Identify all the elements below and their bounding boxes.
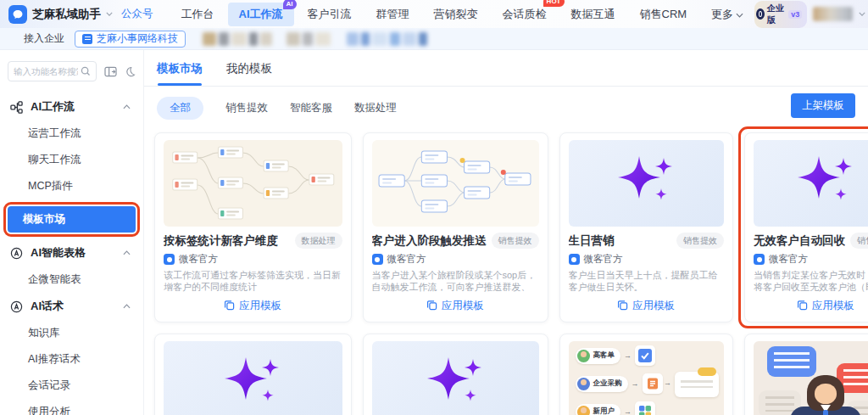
template-preview-sparkle [164, 341, 342, 415]
author-name: 微客官方 [769, 253, 808, 266]
template-preview [372, 140, 539, 227]
filter-chip-销售提效[interactable]: 销售提效 [225, 101, 268, 115]
sidebar-item-企微智能表[interactable]: 企微智能表 [0, 266, 143, 293]
template-card[interactable]: 客户到店后的回访推送销售提效 [363, 334, 548, 415]
app-window: 芝麻私域助手 公众号 工作台AI工作流AI客户引流群管理营销裂变会话质检HOT数… [0, 0, 868, 415]
official-author-icon [372, 254, 383, 265]
apply-template-button[interactable]: 应用模板 [372, 299, 539, 315]
action-icon [643, 373, 663, 394]
person-illustration [787, 375, 864, 415]
apply-template-label: 应用模板 [812, 299, 854, 313]
filter-chip-全部[interactable]: 全部 [157, 97, 203, 120]
sidebar: AI工作流运营工作流聊天工作流MCP插件模板市场AI智能表格企微智能表AI话术知… [0, 50, 144, 415]
template-card[interactable]: 客户进入阶段触发推送销售提效微客官方当客户进入某个旅程阶段或某个sop后，自动触… [363, 132, 548, 322]
nav-item-销售CRM[interactable]: 销售CRM [629, 3, 698, 26]
arrow-icon: → [664, 379, 671, 387]
ai-badge: AI [283, 0, 297, 9]
sidebar-item-运营工作流[interactable]: 运营工作流 [0, 121, 143, 147]
nav-item-客户引流[interactable]: 客户引流 [297, 3, 363, 26]
filter-chip-数据处理[interactable]: 数据处理 [354, 101, 397, 115]
brand[interactable]: 芝麻私域助手 [0, 5, 113, 24]
template-tabs: 模板市场我的模板 [144, 50, 868, 87]
publish-template-button[interactable]: 上架模板 [791, 93, 855, 118]
nav-item-营销裂变[interactable]: 营销裂变 [423, 3, 489, 26]
company-name: 芝麻小事网络科技 [97, 31, 178, 46]
sidebar-toolbar [0, 61, 143, 81]
sidebar-section-label: AI工作流 [31, 99, 115, 115]
official-author-icon [754, 254, 765, 265]
app-logo-icon [8, 5, 27, 24]
template-title: 无效客户自动回收 [754, 233, 845, 249]
official-author-icon [164, 254, 175, 265]
plan-badge[interactable]: 企业版 v3 [754, 1, 807, 28]
app-title: 芝麻私域助手 [32, 7, 101, 22]
template-description: 客户生日当天早上十点，提醒员工给客户做生日关怀。 [569, 269, 725, 293]
sidebar-item-模板市场[interactable]: 模板市场 [8, 206, 136, 233]
chevron-down-icon [106, 12, 113, 16]
chevron-up-icon[interactable] [123, 250, 131, 255]
company-button[interactable]: 芝麻小事网络科技 [75, 31, 186, 48]
template-description: 当客户进入某个旅程阶段或某个sop后，自动触发工作流，可向客户推送群发、编辑资料… [372, 269, 539, 293]
template-preview-flowchart [164, 140, 342, 227]
search-input[interactable] [14, 66, 78, 76]
official-account-link[interactable]: 公众号 [121, 7, 153, 21]
sidebar-item-聊天工作流[interactable]: 聊天工作流 [0, 147, 143, 173]
template-title: 生日营销 [569, 233, 615, 249]
category-badge: 数据处理 [295, 233, 342, 249]
template-card[interactable]: 无效客户自动回收销售提效微客官方当销售判定某位客户无效时，自动将客户回收至无效客… [744, 132, 868, 322]
topbar-right: 企业版 v3 [754, 1, 868, 28]
template-preview [754, 140, 868, 227]
sidebar-section-AI智能表格[interactable]: AI智能表格 [0, 239, 143, 266]
template-card[interactable]: 高客单→企业采购→新用户→→客户分人群流转培育销售提效 [559, 334, 734, 415]
filter-chip-智能客服[interactable]: 智能客服 [290, 101, 332, 115]
nav-item-群管理[interactable]: 群管理 [365, 3, 420, 26]
primary-nav: 工作台AI工作流AI客户引流群管理营销裂变会话质检HOT数据互通销售CRM更多 [170, 3, 755, 26]
nav-item-数据互通[interactable]: 数据互通 [560, 3, 626, 26]
circle-a-icon [10, 247, 23, 260]
author-name: 微客官方 [584, 253, 623, 266]
template-preview-persona-routing: 高客单→企业采购→新用户→→ [569, 341, 725, 415]
apply-template-button[interactable]: 应用模板 [164, 299, 342, 315]
template-card[interactable]: 智能客服自动回复销售提效 [744, 334, 868, 415]
sidebar-item-AI推荐话术[interactable]: AI推荐话术 [0, 346, 143, 373]
top-navigation-bar: 芝麻私域助手 公众号 工作台AI工作流AI客户引流群管理营销裂变会话质检HOT数… [0, 0, 868, 28]
category-badge: 销售提效 [492, 233, 539, 249]
search-box[interactable] [8, 61, 97, 81]
apply-template-button[interactable]: 应用模板 [754, 299, 868, 315]
avatar [577, 378, 590, 390]
action-icon [635, 401, 655, 415]
user-avatar[interactable] [813, 7, 853, 21]
sidebar-item-使用分析[interactable]: 使用分析 [0, 399, 143, 415]
template-card[interactable]: 客户到店核销，到店提醒销售提效 [154, 334, 352, 415]
chevron-down-icon[interactable] [859, 12, 865, 16]
filter-row: 全部销售提效智能客服数据处理 上架模板 [144, 87, 868, 127]
nav-item-工作台[interactable]: 工作台 [170, 3, 225, 26]
apply-template-button[interactable]: 应用模板 [569, 299, 725, 315]
nav-item-更多[interactable]: 更多 [700, 3, 754, 26]
chevron-up-icon[interactable] [123, 104, 131, 109]
sidebar-section-AI工作流[interactable]: AI工作流 [0, 93, 143, 121]
template-description: 当销售判定某位客户无效时，自动将客户回收至无效客户池（即可以走在职继承操作，将无… [754, 269, 868, 293]
sidebar-item-MCP插件[interactable]: MCP插件 [0, 173, 143, 199]
chevron-up-icon[interactable] [123, 304, 131, 309]
sidebar-item-知识库[interactable]: 知识库 [0, 320, 143, 346]
tab-我的模板[interactable]: 我的模板 [226, 61, 272, 86]
dark-mode-moon-icon[interactable] [125, 66, 136, 77]
sidebar-section-AI话术[interactable]: AI话术 [0, 293, 143, 320]
annotation-highlight: 模板市场 [3, 202, 140, 237]
template-card[interactable]: 生日营销销售提效微客官方客户生日当天早上十点，提醒员工给客户做生日关怀。应用模板 [559, 132, 734, 322]
avatar [577, 350, 590, 362]
sidebar-item-会话记录[interactable]: 会话记录 [0, 373, 143, 399]
collapse-sidebar-icon[interactable] [104, 66, 117, 77]
enterprise-bar: 接入企业 芝麻小事网络科技 [0, 28, 868, 50]
apply-template-label: 应用模板 [442, 299, 484, 313]
template-preview [164, 341, 342, 415]
plan-name: 企业版 [767, 3, 787, 26]
template-author: 微客官方 [754, 253, 868, 266]
author-name: 微客官方 [387, 253, 426, 266]
tab-模板市场[interactable]: 模板市场 [157, 61, 203, 86]
apply-template-label: 应用模板 [632, 299, 675, 313]
nav-item-会话质检[interactable]: 会话质检HOT [492, 3, 558, 26]
nav-item-AI工作流[interactable]: AI工作流AI [228, 3, 294, 26]
template-card[interactable]: 按标签统计新客户维度数据处理微客官方该工作流可通过客户标签筛选实现，当日新增客户… [154, 132, 352, 322]
